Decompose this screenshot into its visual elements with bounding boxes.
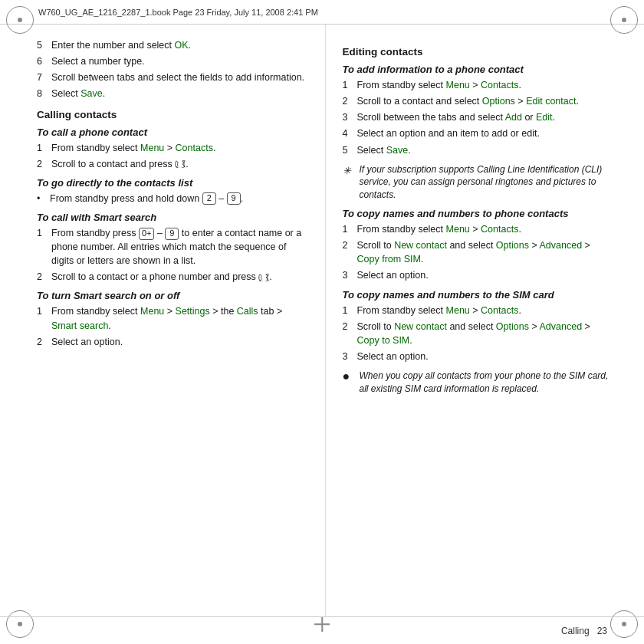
call-icon [175, 160, 186, 168]
go-directly-list: • From standby press and hold down 2 – 9… [37, 192, 308, 205]
list-item: 7 Scroll between tabs and select the fie… [37, 71, 308, 84]
list-item: 8 Select Save. [37, 87, 308, 100]
calling-contacts-heading: Calling contacts [37, 109, 308, 120]
list-item: • From standby press and hold down 2 – 9… [37, 192, 308, 205]
copy-names-sim-heading: To copy names and numbers to the SIM car… [343, 289, 614, 301]
key-9: 9 [227, 192, 241, 205]
footer-page: 23 [597, 626, 607, 636]
smart-search-onoff-heading: To turn Smart search on or off [37, 290, 308, 301]
note-icon: ✳ [343, 164, 356, 178]
go-directly-heading: To go directly to the contacts list [37, 177, 308, 189]
key-9b: 9 [165, 228, 179, 240]
list-item: 2 Select an option. [37, 335, 308, 349]
footer-section: Calling [561, 626, 590, 636]
smart-search-onoff-steps: 1 From standby select Menu > Settings > … [37, 304, 308, 348]
list-item: 3 Select an option. [343, 268, 614, 282]
list-item: 1 From standby select Menu > Contacts. [37, 141, 308, 155]
smart-search-heading: To call with Smart search [37, 212, 308, 223]
warn-icon: ● [343, 368, 356, 385]
add-info-heading: To add information to a phone contact [343, 64, 614, 75]
top-bar: W760_UG_AE_1216_2287_1.book Page 23 Frid… [0, 0, 644, 25]
top-bar-title: W760_UG_AE_1216_2287_1.book Page 23 Frid… [38, 8, 318, 17]
list-item: 2 Scroll to New contact and select Optio… [343, 320, 614, 347]
main-content: 5 Enter the number and select OK. 6 Sele… [0, 25, 644, 616]
intro-steps-list: 5 Enter the number and select OK. 6 Sele… [37, 38, 308, 101]
copy-names-sim-steps: 1 From standby select Menu > Contacts. 2… [343, 304, 614, 364]
editing-contacts-heading: Editing contacts [343, 46, 614, 58]
call-phone-contact-heading: To call a phone contact [37, 127, 308, 138]
list-item: 2 Scroll to New contact and select Optio… [343, 238, 614, 266]
smart-search-steps: 1 From standby press 0+ – 9 to enter a c… [37, 226, 308, 284]
list-item: 2 Scroll to a contact and select Options… [343, 94, 614, 108]
list-item: 4 Select an option and an item to add or… [343, 127, 614, 140]
copy-names-phone-heading: To copy names and numbers to phone conta… [343, 208, 614, 219]
list-item: 5 Enter the number and select OK. [37, 38, 308, 52]
cli-note-text: If your subscription supports Calling Li… [360, 163, 614, 202]
list-item: 2 Scroll to a contact and press . [37, 157, 308, 171]
copy-names-phone-steps: 1 From standby select Menu > Contacts. 2… [343, 222, 614, 283]
left-column: 5 Enter the number and select OK. 6 Sele… [0, 25, 326, 616]
key-2: 2 [202, 192, 216, 205]
list-item: 3 Select an option. [343, 350, 614, 363]
call-phone-steps: 1 From standby select Menu > Contacts. 2… [37, 141, 308, 171]
add-info-steps: 1 From standby select Menu > Contacts. 2… [343, 78, 614, 157]
footer: Calling 23 [0, 616, 644, 644]
list-item: 5 Select Save. [343, 143, 614, 157]
list-item: 6 Select a number type. [37, 54, 308, 68]
list-item: 3 Scroll between the tabs and select Add… [343, 110, 614, 124]
copy-warning: ● When you copy all contacts from your p… [343, 370, 614, 396]
call-icon-2 [258, 274, 269, 281]
warn-copy-text: When you copy all contacts from your pho… [360, 370, 614, 396]
list-item: 1 From standby select Menu > Settings > … [37, 304, 308, 332]
right-column: Editing contacts To add information to a… [326, 25, 645, 616]
list-item: 1 From standby select Menu > Contacts. [343, 304, 614, 317]
list-item: 2 Scroll to a contact or a phone number … [37, 270, 308, 284]
list-item: 1 From standby select Menu > Contacts. [343, 78, 614, 92]
list-item: 1 From standby select Menu > Contacts. [343, 222, 614, 236]
cli-note: ✳ If your subscription supports Calling … [343, 163, 614, 202]
key-0plus: 0+ [139, 228, 155, 240]
list-item: 1 From standby press 0+ – 9 to enter a c… [37, 226, 308, 268]
